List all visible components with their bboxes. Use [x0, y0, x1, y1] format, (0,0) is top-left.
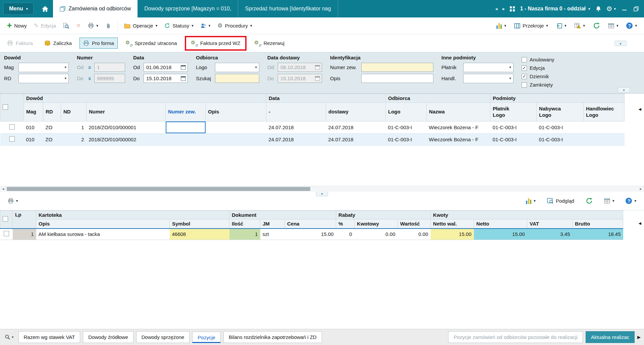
dostawa-do-input[interactable]: 15.10.2018: [278, 74, 322, 83]
bottom-tab-razem-wg-stawek-vat[interactable]: Razem wg stawek VAT: [18, 331, 80, 343]
column-header-wartosc[interactable]: Wartość: [398, 219, 431, 229]
cell-wartosc[interactable]: 0.00: [398, 229, 431, 240]
cell-data[interactable]: 24.07.2018: [266, 121, 326, 134]
cell-handlowiec[interactable]: [584, 134, 625, 146]
column-chooser-icon[interactable]: ◀: [639, 107, 641, 111]
menu-button[interactable]: Menu ▾: [3, 3, 34, 15]
cell-rd[interactable]: ZO: [43, 121, 61, 134]
cell-jm[interactable]: szt: [260, 229, 285, 240]
column-header-opis[interactable]: Opis: [36, 219, 170, 229]
mag-select[interactable]: ▾: [18, 63, 69, 72]
data-do-input[interactable]: 15.10.2018: [144, 74, 188, 83]
numer-od-input[interactable]: 1: [94, 63, 125, 72]
find-button[interactable]: [60, 21, 72, 31]
cell-brutto[interactable]: 18.45: [573, 229, 623, 240]
apps-grid-icon[interactable]: [510, 6, 515, 11]
cell-ilosc[interactable]: 1: [229, 229, 260, 240]
cell-dostawy[interactable]: 24.07.2018: [326, 134, 386, 146]
column-header-rd[interactable]: RD: [43, 103, 61, 121]
sprzedaz-utracona-button[interactable]: ⚙⚙ Sprzedaż utracona: [122, 38, 181, 49]
help-button[interactable]: ? ▾: [623, 20, 640, 31]
cell-nd[interactable]: 1: [61, 121, 87, 134]
column-header-handlowiec-logo[interactable]: HandlowiecLogo: [584, 103, 625, 121]
cell-procent[interactable]: 0: [336, 229, 355, 240]
calendar-icon[interactable]: [181, 65, 186, 70]
cell-kwotowy[interactable]: 0.00: [355, 229, 398, 240]
cell-opis[interactable]: [206, 121, 266, 134]
procedures-button[interactable]: ⚙ Procedury ▾: [214, 21, 255, 31]
home-button[interactable]: [37, 0, 53, 17]
column-header-mag[interactable]: Mag: [24, 103, 43, 121]
pane-collapse-button[interactable]: ▾: [316, 192, 328, 196]
new-button[interactable]: ✚ Nowy: [4, 21, 30, 31]
column-header-netto-wal[interactable]: Netto wal.: [431, 219, 474, 229]
cell-mag[interactable]: 010: [24, 121, 43, 134]
data-od-input[interactable]: 01.06.2018: [144, 63, 188, 72]
column-header-brutto[interactable]: Brutto: [573, 219, 623, 229]
refresh-button[interactable]: [590, 20, 603, 31]
select-all-checkbox[interactable]: [3, 104, 8, 110]
print-button[interactable]: ▾: [85, 21, 101, 31]
select-all-checkbox[interactable]: [3, 216, 8, 221]
operations-button[interactable]: Operacje ▾: [121, 21, 160, 31]
column-header-nd[interactable]: ND: [61, 103, 87, 121]
cell-platnik[interactable]: 01-C-003-I: [490, 134, 537, 146]
faktura-przed-wz-button[interactable]: ⚙⚙ Faktura przed WZ: [187, 38, 244, 49]
bottom-tab-aktualna-realizacja[interactable]: Aktualna realizac: [586, 331, 635, 343]
grid-settings-button[interactable]: ▾: [601, 196, 618, 206]
column-header-cena[interactable]: Cena: [285, 219, 336, 229]
table-warning-button[interactable]: ▾: [571, 21, 588, 31]
cell-nazwa[interactable]: Wieczorek Bożena - F: [427, 121, 490, 134]
cell-lp[interactable]: 1: [13, 229, 36, 240]
edycja-checkbox[interactable]: [522, 65, 527, 71]
goto-window-button[interactable]: ▾: [553, 21, 570, 31]
cell-numer-zew-selected[interactable]: [166, 121, 206, 134]
cell-numer[interactable]: 2018/ZO/010/000002: [87, 134, 166, 146]
column-header-procent[interactable]: %: [336, 219, 355, 229]
tab-scroll-left-icon[interactable]: ◂: [495, 6, 497, 11]
gear-icon[interactable]: ⚙▾: [606, 5, 616, 13]
cell-symbol[interactable]: 46608: [170, 229, 229, 240]
cell-numer[interactable]: 2018/ZO/010/000001: [87, 121, 166, 134]
chart-button[interactable]: ▾: [493, 21, 509, 31]
tabbar-scroll-right-icon[interactable]: ▶: [637, 335, 641, 340]
search-tabs-button[interactable]: ▾: [3, 334, 16, 340]
odbiorca-szukaj-input[interactable]: [215, 74, 259, 83]
scrollbar-thumb[interactable]: [7, 187, 310, 191]
column-header-ilosc[interactable]: Ilość: [229, 219, 260, 229]
cell-cena[interactable]: 15.00: [285, 229, 336, 240]
scroll-left-icon[interactable]: ◄: [2, 187, 5, 191]
row-checkbox[interactable]: [4, 231, 9, 236]
column-header-opis[interactable]: Opis: [206, 103, 266, 121]
cell-netto[interactable]: 15.00: [474, 229, 527, 240]
pro-forma-button[interactable]: Pro forma: [79, 38, 118, 49]
cell-nd[interactable]: 2: [61, 134, 87, 146]
cell-netto-wal[interactable]: 15.00: [431, 229, 474, 240]
restore-button[interactable]: [633, 5, 639, 12]
horizontal-scrollbar[interactable]: ◄ ►: [0, 186, 644, 192]
column-header-jm[interactable]: JM: [260, 219, 285, 229]
column-header-logo[interactable]: Logo: [386, 103, 427, 121]
column-header-nabywca-logo[interactable]: NabywcaLogo: [537, 103, 584, 121]
zamkniety-checkbox[interactable]: [522, 82, 527, 88]
numer-zew-input[interactable]: [361, 63, 433, 72]
calendar-icon[interactable]: [181, 76, 186, 81]
order-row[interactable]: 010 ZO 2 2018/ZO/010/000002 24.07.2018 2…: [0, 134, 625, 146]
cell-opis[interactable]: [206, 134, 266, 146]
dostawa-od-input[interactable]: 08.10.2018: [278, 63, 322, 72]
bottom-tab-pozycje[interactable]: Pozycje: [192, 332, 221, 343]
handlowiec-select[interactable]: ▾: [463, 74, 514, 83]
cell-rd[interactable]: ZO: [43, 134, 61, 146]
cell-vat[interactable]: 3.45: [527, 229, 573, 240]
dziennik-checkbox[interactable]: [522, 74, 527, 79]
grid-settings-button[interactable]: ▾: [605, 21, 622, 31]
numer-do-input[interactable]: 999999: [94, 74, 125, 83]
preview-button[interactable]: Podgląd: [544, 196, 577, 206]
position-row[interactable]: 1 AM kiełbasa surowa - tacka 46608 1 szt…: [0, 229, 623, 240]
cell-nabywca[interactable]: 01-C-003-I: [537, 121, 584, 134]
tab-zamowienia-od-odbiorcow[interactable]: Zamówienia od odbiorców: [53, 0, 138, 17]
minimize-button[interactable]: [621, 5, 628, 12]
tab-sprzedaz-hurtowa[interactable]: Sprzedaż hurtowa [Identyfikator nag: [238, 0, 338, 17]
delete-button[interactable]: ✕: [73, 21, 84, 31]
help-button[interactable]: ? ▾: [623, 196, 639, 206]
